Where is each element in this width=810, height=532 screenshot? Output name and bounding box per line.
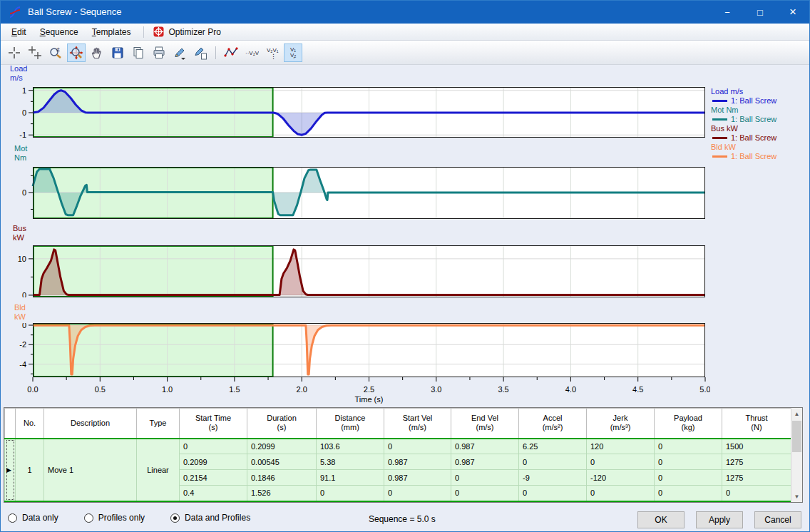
cell-value[interactable]: 1275 — [722, 454, 791, 470]
close-button[interactable]: × — [776, 1, 809, 24]
tool-zoom-in-out-button[interactable]: ± — [46, 44, 65, 62]
cell-value[interactable]: 0 — [655, 454, 722, 470]
maximize-button[interactable]: □ — [744, 1, 776, 24]
menu-item-edit[interactable]: Edit — [6, 25, 32, 39]
cell-value[interactable]: 0 — [722, 486, 791, 501]
cell-description[interactable]: Move 1 — [44, 439, 137, 501]
scroll-up-icon[interactable]: ▲ — [791, 408, 802, 419]
tool-plots-separate-button[interactable]: V₁V₂⋮ — [284, 44, 302, 62]
tool-pan-hand-button[interactable] — [88, 44, 106, 62]
cell-value[interactable]: 0 — [655, 486, 722, 501]
titlebar: Ball Screw - Sequence − □ × — [1, 1, 809, 24]
tool-dual-crosshair-cursor-button[interactable] — [26, 44, 44, 62]
window-title: Ball Screw - Sequence — [28, 6, 122, 17]
cell-value[interactable]: 0 — [519, 454, 587, 470]
column-header: Thrust(N) — [722, 409, 791, 439]
cell-value[interactable]: 120 — [587, 439, 655, 454]
cell-value[interactable]: 91.1 — [317, 470, 384, 486]
chart-motor-torque[interactable]: 0 — [1, 167, 710, 219]
scrollbar-thumb[interactable] — [792, 421, 801, 452]
cell-value[interactable]: 0.987 — [451, 454, 519, 470]
scroll-down-icon[interactable]: ▼ — [791, 491, 802, 502]
cell-move-number[interactable]: 1 — [16, 439, 44, 501]
legend-axis-title: Load m/s — [711, 87, 776, 96]
menu-item-templates[interactable]: Templates — [86, 25, 137, 39]
cell-value[interactable]: 0 — [384, 486, 451, 501]
column-header: Jerk(m/s³) — [587, 409, 655, 439]
cell-value[interactable]: 0 — [655, 439, 722, 454]
chart-load-velocity[interactable]: 10-1 — [1, 87, 710, 138]
column-header: End Vel(m/s) — [451, 409, 519, 439]
chart-bus-power[interactable]: 100 — [1, 245, 710, 297]
radio-data-only[interactable]: Data only — [8, 513, 58, 523]
cell-value[interactable]: 0.2099 — [247, 439, 317, 454]
tool-annotate-pencil-button[interactable] — [191, 44, 210, 62]
cell-value[interactable]: 0.987 — [384, 470, 451, 486]
svg-text:0.5: 0.5 — [95, 385, 106, 394]
cell-value[interactable]: 0.1846 — [247, 470, 317, 486]
svg-text:0: 0 — [22, 323, 26, 329]
cell-value[interactable]: 0.2154 — [180, 470, 247, 486]
cell-value[interactable]: 103.6 — [317, 439, 384, 454]
tool-save-button[interactable] — [108, 44, 127, 62]
crosshair-cursor-icon — [7, 46, 21, 60]
tool-plots-overlaid-button[interactable]: ··V₂V₁ — [242, 44, 261, 62]
cell-value[interactable]: 0 — [451, 470, 519, 486]
svg-text:4.5: 4.5 — [632, 385, 643, 394]
cell-value[interactable]: 1.526 — [247, 486, 317, 501]
radio-data-and-profiles[interactable]: Data and Profiles — [170, 513, 250, 523]
cell-value[interactable]: 0 — [317, 486, 384, 501]
minimize-button[interactable]: − — [711, 1, 744, 24]
apply-button[interactable]: Apply — [696, 511, 743, 528]
column-header: Payload(kg) — [655, 409, 722, 439]
cell-value[interactable]: 0.4 — [180, 486, 247, 501]
cell-value[interactable]: 0 — [587, 486, 655, 501]
cell-value[interactable]: 0 — [587, 454, 655, 470]
tool-zoom-region-button[interactable] — [67, 44, 86, 62]
sequence-table: No.DescriptionTypeStart Time(s)Duration(… — [4, 407, 803, 503]
cell-move-type[interactable]: Linear — [137, 439, 180, 501]
chart-bleed-power[interactable]: 0-2-4 — [1, 323, 710, 377]
cell-value[interactable]: 0 — [655, 470, 722, 486]
legend-series: 1: Ball Screw — [711, 115, 776, 124]
row-selector[interactable]: ▶ — [5, 439, 16, 501]
radio-profiles-only[interactable]: Profiles only — [84, 513, 145, 523]
cell-value[interactable]: 5.38 — [317, 454, 384, 470]
cell-value[interactable]: 0.00545 — [247, 454, 317, 470]
toolbar-separator — [215, 46, 216, 59]
cell-value[interactable]: 0.987 — [451, 439, 519, 454]
dual-crosshair-cursor-icon — [28, 46, 42, 60]
cell-value[interactable]: 1275 — [722, 470, 791, 486]
ok-button[interactable]: OK — [637, 511, 685, 528]
tool-edit-pencil-button[interactable] — [170, 44, 189, 62]
cancel-button[interactable]: Cancel — [754, 511, 801, 528]
cell-value[interactable]: 0 — [384, 439, 451, 454]
tool-print-button[interactable] — [150, 44, 168, 62]
column-header: Duration(s) — [247, 409, 317, 439]
menu-item-optimizer-pro[interactable]: Optimizer Pro — [149, 25, 225, 39]
tool-crosshair-cursor-button[interactable] — [5, 44, 24, 62]
column-header: Type — [137, 409, 180, 439]
legend-axis-title: Mot Nm — [711, 106, 776, 115]
svg-text:10: 10 — [18, 255, 26, 263]
cell-value[interactable]: 0 — [451, 486, 519, 501]
save-icon — [111, 46, 125, 60]
radio-circle-icon — [8, 513, 17, 523]
column-header: No. — [16, 409, 44, 439]
cell-value[interactable]: 0.2099 — [180, 454, 247, 470]
plots-overlaid-icon: ··V₂V₁ — [245, 46, 259, 60]
table-scrollbar[interactable]: ▲ ▼ — [791, 408, 802, 502]
cell-value[interactable]: -120 — [587, 470, 655, 486]
tool-copy-button[interactable] — [129, 44, 148, 62]
cell-value[interactable]: 0.987 — [384, 454, 451, 470]
cell-value[interactable]: 6.25 — [519, 439, 587, 454]
cell-value[interactable]: 0 — [180, 439, 247, 454]
svg-text:2.0: 2.0 — [297, 385, 307, 394]
cell-value[interactable]: 1500 — [722, 439, 791, 454]
cell-value[interactable]: 0 — [519, 486, 587, 501]
menu-item-sequence[interactable]: Sequence — [34, 25, 84, 39]
tool-plots-stacked-button[interactable]: V₂V₁⋮ — [263, 44, 282, 62]
legend-line-swatch — [712, 155, 727, 158]
tool-profile-markers-button[interactable] — [222, 44, 240, 62]
cell-value[interactable]: -9 — [519, 470, 587, 486]
